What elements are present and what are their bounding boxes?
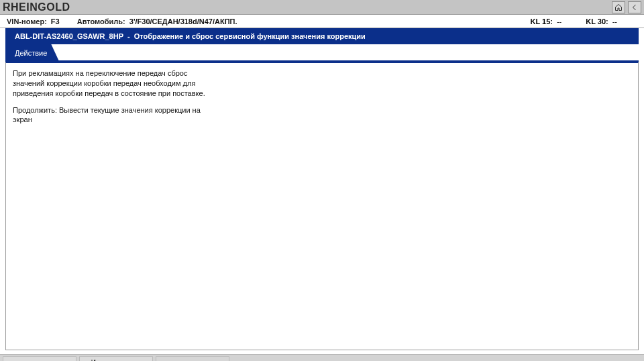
body-paragraph-1: При рекламациях на переключение передач … <box>13 68 214 99</box>
keyboard-button: Клавиатура <box>156 356 229 361</box>
tab-underline <box>5 60 639 62</box>
home-button[interactable] <box>612 1 625 13</box>
kl15-group: KL 15: -- <box>531 17 562 25</box>
body-paragraph-2: Продолжить: Вывести текущие значения кор… <box>13 105 214 125</box>
back-button[interactable]: Назад <box>3 356 76 361</box>
function-code: ABL-DIT-AS2460_GSAWR_8HP <box>15 32 123 40</box>
home-icon <box>614 3 623 11</box>
meters-button[interactable]: Измерительные приборы <box>79 356 153 361</box>
tab-action[interactable]: Действие <box>5 44 59 62</box>
car-label: Автомобиль: <box>77 17 125 25</box>
title-bar: RHEINGOLD <box>0 0 644 15</box>
kl15-label: KL 15: <box>531 17 553 25</box>
content-area: При рекламациях на переключение передач … <box>5 62 639 350</box>
kl30-value: -- <box>612 17 617 25</box>
function-header: ABL-DIT-AS2460_GSAWR_8HP - Отображение и… <box>5 28 639 44</box>
info-bar: VIN-номер: F3 Автомобиль: 3'/F30/СЕДАН/3… <box>0 15 644 28</box>
car-value: 3'/F30/СЕДАН/318d/N47/АКПП. <box>129 17 237 25</box>
vin-label: VIN-номер: <box>7 17 47 25</box>
chevron-left-icon <box>631 3 639 11</box>
back-title-button[interactable] <box>628 1 641 13</box>
footer-bar: Назад Измерительные приборы Клавиатура <box>0 354 644 361</box>
meters-button-label: Измерительные приборы <box>83 359 150 362</box>
kl15-value: -- <box>557 17 561 25</box>
function-title: Отображение и сброс сервисной функции зн… <box>134 32 366 40</box>
function-sep: - <box>127 32 130 40</box>
tab-row: Действие <box>5 44 639 62</box>
kl30-group: KL 30: -- <box>586 17 617 25</box>
vin-value: F3 <box>51 17 60 25</box>
app-title: RHEINGOLD <box>3 1 70 13</box>
titlebar-buttons <box>612 1 641 13</box>
tab-label: Действие <box>15 49 47 57</box>
kl30-label: KL 30: <box>586 17 608 25</box>
